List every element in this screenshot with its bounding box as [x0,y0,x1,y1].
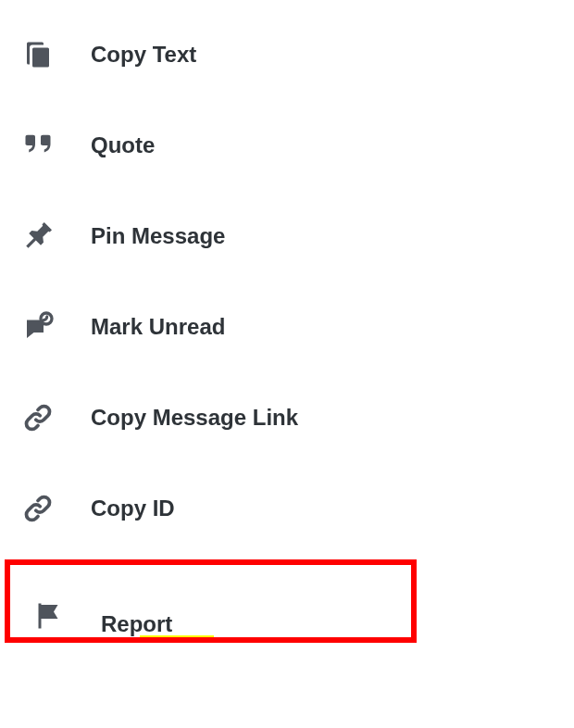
menu-item-mark-unread[interactable]: Mark Unread [0,282,574,372]
menu-item-label: Copy Message Link [91,405,298,431]
menu-item-label: Copy Text [91,42,196,68]
menu-item-copy-id[interactable]: Copy ID [0,463,574,554]
menu-item-report[interactable]: Report [10,565,411,637]
link-icon [17,396,59,439]
pin-icon [17,215,59,257]
copy-text-icon [17,33,59,76]
menu-item-label: Mark Unread [91,314,225,340]
mark-unread-icon [17,306,59,348]
menu-item-copy-text[interactable]: Copy Text [0,9,574,100]
quote-icon [17,124,59,167]
menu-item-pin-message[interactable]: Pin Message [0,191,574,282]
menu-item-label: Report [101,611,172,637]
report-highlight-box: Report [5,559,417,643]
menu-item-quote[interactable]: Quote [0,100,574,191]
flag-icon [27,595,69,637]
menu-item-label: Quote [91,132,155,158]
menu-item-label: Pin Message [91,223,225,249]
menu-item-label: Copy ID [91,496,175,521]
menu-item-copy-message-link[interactable]: Copy Message Link [0,372,574,463]
link-icon [17,487,59,530]
